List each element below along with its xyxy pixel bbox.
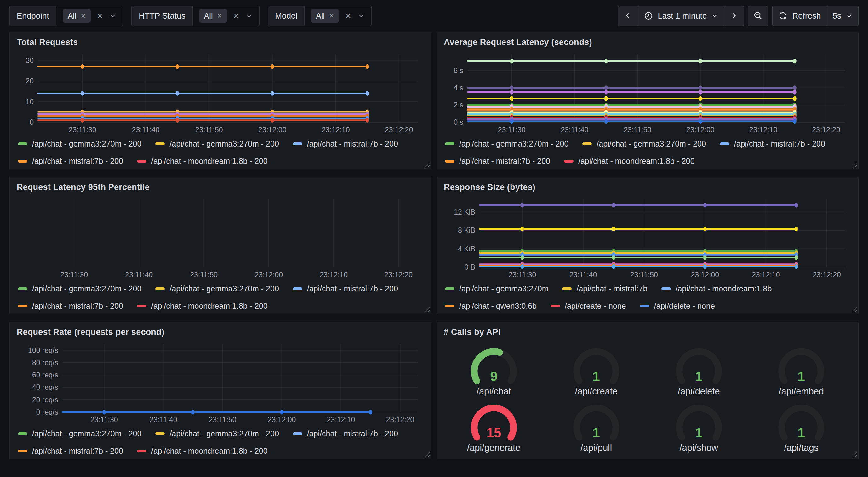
legend-color-chip [18, 432, 27, 435]
clock-icon [644, 11, 653, 21]
panel-resize-handle[interactable] [852, 307, 857, 312]
legend-color-chip [18, 142, 27, 145]
legend-series-label: /api/chat - mistral:7b - 200 [734, 139, 825, 148]
filter-clear-icon[interactable]: × [345, 11, 351, 21]
panel-title[interactable]: Total Requests [17, 37, 426, 47]
chevron-left-icon [624, 12, 632, 20]
filter-model-chip[interactable]: All × [311, 9, 339, 23]
legend-item[interactable]: /api/chat - mistral:7b - 200 [293, 139, 398, 148]
svg-text:12 KiB: 12 KiB [454, 208, 475, 216]
panel-title[interactable]: Request Latency 95th Percentile [17, 182, 426, 192]
gauge-api-generate: 15/api/generate [442, 402, 545, 453]
time-shift-forward-button[interactable] [724, 6, 744, 26]
legend-series-label: /api/chat - gemma3:270m [459, 284, 548, 293]
total_requests-plot: 23:11:3023:11:4023:11:5023:12:0023:12:10… [16, 51, 424, 135]
panel-resize-handle[interactable] [425, 162, 430, 167]
svg-text:23:12:00: 23:12:00 [254, 271, 283, 279]
legend-item[interactable]: /api/chat - mistral:7b - 200 [720, 139, 825, 148]
filter-clear-icon[interactable]: × [234, 11, 239, 21]
legend-color-chip [445, 160, 455, 162]
refresh-interval-dropdown[interactable]: 5s [827, 6, 858, 26]
time-shift-back-button[interactable] [618, 6, 638, 26]
chevron-down-icon[interactable] [358, 12, 365, 20]
legend-color-chip [445, 142, 455, 145]
chip-remove-icon[interactable]: × [217, 12, 222, 20]
svg-text:23:12:10: 23:12:10 [749, 126, 778, 134]
legend-color-chip [137, 305, 147, 307]
legend-item[interactable]: /api/chat - moondream:1.8b - 200 [137, 301, 268, 311]
svg-text:23:12:10: 23:12:10 [752, 271, 780, 279]
panel-total-requests: Total Requests 23:11:3023:11:4023:11:502… [9, 32, 432, 169]
legend-item[interactable]: /api/chat - mistral:7b - 200 [18, 301, 123, 311]
panel-title[interactable]: Response Size (bytes) [444, 182, 852, 192]
refresh-group: Refresh 5s [772, 6, 859, 26]
legend-item[interactable]: /api/chat - mistral:7b - 200 [293, 429, 398, 438]
legend-item[interactable]: /api/chat - gemma3:270m - 200 [582, 139, 706, 148]
svg-text:20 req/s: 20 req/s [32, 396, 58, 404]
panel-resize-handle[interactable] [425, 452, 430, 457]
time-range-picker[interactable]: Last 1 minute [638, 6, 724, 26]
svg-text:23:12:20: 23:12:20 [384, 271, 412, 279]
svg-text:6 s: 6 s [454, 66, 463, 75]
gauge-label: /api/generate [467, 443, 520, 453]
legend-series-label: /api/chat - gemma3:270m - 200 [32, 429, 142, 438]
svg-text:80 req/s: 80 req/s [32, 359, 58, 367]
legend-item[interactable]: /api/chat - gemma3:270m - 200 [18, 284, 142, 293]
panel-title[interactable]: # Calls by API [444, 327, 852, 337]
legend-item[interactable]: /api/chat - moondream:1.8b - 200 [137, 157, 268, 166]
filter-endpoint-chip[interactable]: All × [63, 9, 91, 23]
legend-color-chip [155, 142, 165, 145]
legend-series-label: /api/chat - mistral:7b - 200 [32, 157, 123, 166]
refresh-button[interactable]: Refresh [773, 6, 827, 26]
panel-resize-handle[interactable] [852, 162, 857, 167]
legend-item[interactable]: /api/chat - gemma3:270m - 200 [18, 429, 142, 438]
legend-item[interactable]: /api/chat - mistral:7b - 200 [18, 446, 123, 455]
chevron-down-icon[interactable] [245, 12, 253, 20]
panel-resize-handle[interactable] [852, 452, 857, 457]
filter-endpoint-value[interactable]: All × × [56, 6, 123, 26]
dashboard-grid: Total Requests 23:11:3023:11:4023:11:502… [0, 30, 868, 469]
legend-series-label: /api/create - none [565, 301, 626, 311]
legend-item[interactable]: /api/chat - mistral:7b - 200 [18, 157, 123, 166]
legend-color-chip [445, 287, 455, 290]
gauge-value: 1 [695, 425, 703, 440]
zoom-out-button[interactable] [748, 6, 769, 26]
legend-item[interactable]: /api/chat - mistral:7b - 200 [445, 157, 550, 166]
chip-remove-icon[interactable]: × [329, 12, 334, 20]
legend-item[interactable]: /api/chat - qwen3:0.6b [445, 301, 537, 311]
zoom-out-icon [753, 11, 763, 21]
panel-title[interactable]: Request Rate (requests per second) [17, 327, 426, 337]
legend-color-chip [564, 160, 574, 162]
filter-clear-icon[interactable]: × [97, 11, 103, 21]
legend-item[interactable]: /api/chat - moondream:1.8b - 200 [137, 446, 268, 455]
chevron-down-icon[interactable] [109, 12, 117, 20]
legend-item[interactable]: /api/create - none [551, 301, 626, 311]
filter-http-status-value[interactable]: All × × [193, 6, 259, 26]
chevron-down-icon [846, 12, 852, 19]
legend-item[interactable]: /api/delete - none [640, 301, 715, 311]
gauge-label: /api/tags [784, 443, 818, 453]
legend-item[interactable]: /api/chat - gemma3:270m - 200 [155, 139, 279, 148]
legend-item[interactable]: /api/chat - gemma3:270m - 200 [155, 429, 279, 438]
svg-text:0 s: 0 s [454, 118, 463, 126]
legend-item[interactable]: /api/chat - gemma3:270m [445, 284, 548, 293]
legend-series-label: /api/chat - mistral:7b - 200 [32, 301, 123, 311]
legend-item[interactable]: /api/chat - gemma3:270m - 200 [18, 139, 142, 148]
panel-resize-handle[interactable] [425, 307, 430, 312]
legend-item[interactable]: /api/chat - mistral:7b - 200 [293, 284, 398, 293]
panel-title[interactable]: Average Request Latency (seconds) [444, 37, 852, 47]
legend-item[interactable]: /api/chat - gemma3:270m - 200 [445, 139, 568, 148]
gauge-value: 1 [592, 369, 600, 384]
filter-http-status-chip[interactable]: All × [199, 9, 227, 23]
legend-item[interactable]: /api/chat - gemma3:270m - 200 [155, 284, 279, 293]
request_rate-plot: 23:11:3023:11:4023:11:5023:12:0023:12:10… [16, 340, 424, 425]
chip-remove-icon[interactable]: × [81, 12, 85, 20]
svg-text:23:11:40: 23:11:40 [125, 271, 153, 279]
svg-text:4 KiB: 4 KiB [458, 245, 475, 253]
legend-item[interactable]: /api/chat - mistral:7b [562, 284, 647, 293]
legend-item[interactable]: /api/chat - moondream:1.8b - 200 [564, 157, 695, 166]
legend-item[interactable]: /api/chat - moondream:1.8b [661, 284, 772, 293]
legend-series-label: /api/chat - moondream:1.8b [676, 284, 772, 293]
filter-model-value[interactable]: All × × [305, 6, 371, 26]
filter-http-status-label: HTTP Status [132, 6, 192, 26]
